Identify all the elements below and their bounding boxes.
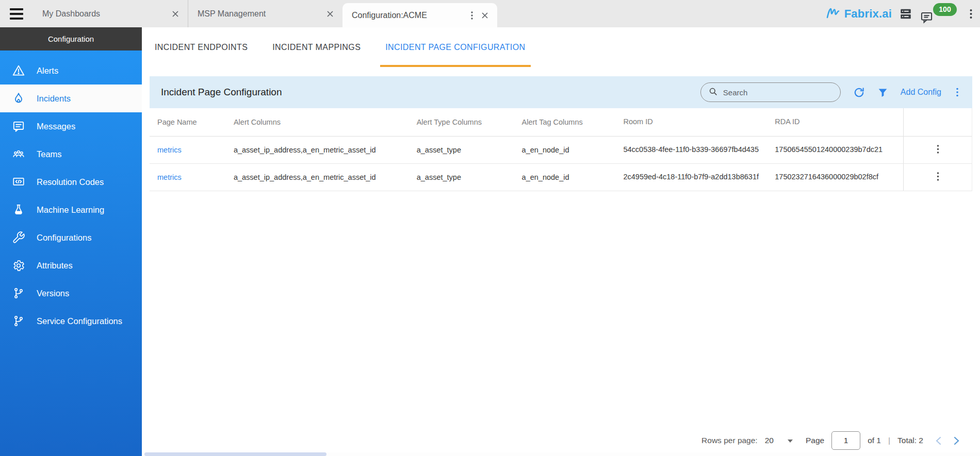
branch-icon [11, 314, 25, 328]
chevron-left-icon[interactable] [936, 436, 941, 445]
sidebar-item-label: Configurations [37, 233, 91, 243]
rows-per-page-select[interactable]: 20 [765, 436, 793, 445]
column-header-alert-type-columns: Alert Type Columns [409, 114, 514, 130]
cell-alert-columns: a_asset_ip_address,a_en_metric_asset_id [226, 142, 409, 158]
panel-kebab-icon[interactable] [954, 87, 961, 97]
row-actions-kebab-icon[interactable] [935, 144, 941, 156]
close-icon[interactable] [481, 11, 489, 20]
tab-label: My Dashboards [42, 9, 166, 19]
sidebar-item-label: Attributes [37, 261, 73, 271]
tab-label: INCIDENT MAPPINGS [272, 43, 361, 52]
row-actions-kebab-icon[interactable] [935, 172, 941, 183]
sidebar-item-label: Messages [37, 122, 75, 131]
branch-icon [11, 286, 25, 300]
column-header-actions [903, 108, 972, 136]
column-header-alert-columns: Alert Columns [226, 114, 409, 130]
cell-alert-columns: a_asset_ip_address,a_en_metric_asset_id [226, 169, 409, 185]
sidebar-item-label: Machine Learning [37, 205, 104, 215]
tab-configuration-acme[interactable]: Configuration:ACME [342, 3, 497, 27]
config-table: Page Name Alert Columns Alert Type Colum… [150, 108, 972, 191]
column-header-page-name: Page Name [150, 114, 226, 130]
cell-rda-id: 17506545501240000239b7dc21 [767, 140, 903, 159]
sidebar-item-attributes[interactable]: Attributes [0, 251, 142, 279]
close-icon[interactable] [171, 10, 179, 18]
rows-per-page-label: Rows per page: [701, 436, 758, 445]
cell-alert-type-columns: a_asset_type [409, 169, 514, 185]
page-name-link[interactable]: metrics [157, 146, 182, 154]
filter-icon[interactable] [877, 87, 888, 98]
tab-incident-mappings[interactable]: INCIDENT MAPPINGS [267, 27, 366, 67]
sidebar-item-label: Versions [37, 289, 69, 298]
brand-name: Fabrix.ai [844, 7, 892, 21]
topbar-kebab-icon[interactable] [967, 8, 975, 20]
table-row: metrics a_asset_ip_address,a_en_metric_a… [150, 137, 972, 164]
sidebar-item-teams[interactable]: Teams [0, 140, 142, 168]
cell-alert-tag-columns: a_en_node_id [514, 142, 616, 158]
cell-alert-tag-columns: a_en_node_id [514, 169, 616, 185]
sidebar-item-versions[interactable]: Versions [0, 279, 142, 307]
horizontal-scrollbar [142, 452, 980, 456]
sidebar-item-service-configurations[interactable]: Service Configurations [0, 307, 142, 335]
sidebar-item-label: Resolution Codes [37, 177, 104, 187]
alert-triangle-icon [11, 64, 25, 78]
tab-my-dashboards[interactable]: My Dashboards [33, 0, 188, 27]
refresh-icon[interactable] [853, 87, 865, 98]
sidebar-item-label: Service Configurations [37, 316, 122, 326]
sidebar-item-machine-learning[interactable]: Machine Learning [0, 196, 142, 224]
page-label: Page [806, 436, 824, 445]
tab-incident-page-configuration[interactable]: INCIDENT PAGE CONFIGURATION [380, 27, 530, 67]
message-icon [11, 120, 25, 133]
sidebar-item-label: Teams [37, 149, 62, 159]
sidebar-item-label: Incidents [37, 94, 71, 104]
page-of-label: of 1 [868, 436, 881, 445]
horizontal-scrollbar-thumb[interactable] [144, 452, 326, 456]
top-bar: My Dashboards MSP Management Configurati… [0, 0, 980, 27]
rows-per-page-value: 20 [765, 436, 774, 445]
panel-header: Incident Page Configuration Add Config [150, 76, 972, 108]
tab-msp-management[interactable]: MSP Management [188, 0, 342, 27]
fabrix-logo-icon [826, 7, 841, 21]
people-icon [11, 147, 25, 161]
search-icon [708, 87, 718, 98]
separator: | [888, 436, 890, 445]
column-header-alert-tag-columns: Alert Tag Columns [514, 114, 616, 130]
chat-icon[interactable] [920, 10, 934, 24]
sidebar-item-incidents[interactable]: Incidents [0, 85, 142, 112]
main-content: INCIDENT ENDPOINTS INCIDENT MAPPINGS INC… [142, 27, 980, 456]
column-header-rda-id: RDA ID [767, 112, 903, 131]
gear-icon [11, 259, 25, 273]
sidebar-header: Configuration [0, 27, 142, 50]
table-row: metrics a_asset_ip_address,a_en_metric_a… [150, 164, 972, 191]
add-config-button[interactable]: Add Config [901, 88, 941, 97]
tab-label: INCIDENT PAGE CONFIGURATION [385, 43, 525, 52]
wrench-icon [11, 231, 25, 245]
page-name-link[interactable]: metrics [157, 173, 182, 181]
tab-label: MSP Management [198, 9, 321, 19]
cell-rda-id: 1750232716436000029b02f8cf [767, 167, 903, 187]
server-stack-icon[interactable] [899, 7, 912, 21]
tab-incident-endpoints[interactable]: INCIDENT ENDPOINTS [150, 27, 253, 67]
tab-label: INCIDENT ENDPOINTS [155, 43, 248, 52]
sidebar-item-configurations[interactable]: Configurations [0, 224, 142, 251]
search-box [700, 82, 841, 102]
tab-label: Configuration:ACME [352, 11, 465, 20]
tab-kebab-icon[interactable] [468, 11, 476, 20]
pagination-bar: Rows per page: 20 Page of 1 | Total: 2 [701, 431, 959, 450]
sidebar-item-messages[interactable]: Messages [0, 112, 142, 140]
flame-icon [11, 92, 25, 106]
column-header-room-id: Room ID [615, 112, 767, 131]
close-icon[interactable] [326, 10, 334, 18]
search-input[interactable] [723, 88, 821, 97]
sidebar-item-alerts[interactable]: Alerts [0, 57, 142, 85]
page-number-input[interactable] [831, 431, 860, 450]
code-screen-icon [11, 175, 25, 189]
flask-icon [11, 203, 25, 217]
notification-badge: 100 [933, 3, 957, 16]
sidebar: Configuration Alerts Incidents [0, 27, 142, 456]
cell-room-id: 2c4959ed-4c18-11f0-b7f9-a2dd13b8631f [615, 167, 767, 187]
sidebar-item-resolution-codes[interactable]: Resolution Codes [0, 168, 142, 196]
chevron-right-icon[interactable] [954, 436, 959, 445]
caret-down-icon [787, 436, 793, 445]
hamburger-menu-icon[interactable] [0, 0, 33, 27]
table-header-row: Page Name Alert Columns Alert Type Colum… [150, 108, 972, 137]
